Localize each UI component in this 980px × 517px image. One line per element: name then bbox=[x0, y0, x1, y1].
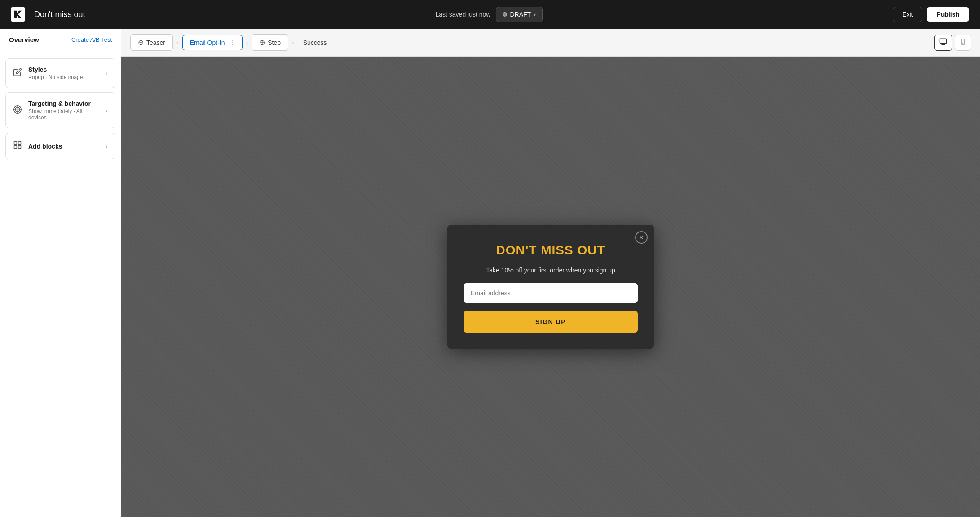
klaviyo-logo bbox=[11, 7, 25, 22]
nav-left: Don't miss out bbox=[11, 7, 85, 22]
step-navigation: ⊕ Teaser › Email Opt-In ⋮ › ⊕ Step › Suc… bbox=[121, 29, 980, 57]
svg-rect-9 bbox=[14, 146, 17, 149]
draft-label: DRAFT bbox=[510, 11, 531, 18]
main-layout: Overview Create A/B Test Styles Popup · … bbox=[0, 29, 980, 517]
svg-point-2 bbox=[17, 109, 18, 110]
page-title: Don't miss out bbox=[34, 10, 85, 19]
sidebar-item-add-blocks[interactable]: Add blocks › bbox=[5, 133, 115, 159]
preview-area: ✕ DON'T MISS OUT Take 10% off your first… bbox=[121, 57, 980, 517]
sidebar-styles-text: Styles Popup · No side image bbox=[28, 66, 99, 80]
right-panel: ⊕ Teaser › Email Opt-In ⋮ › ⊕ Step › Suc… bbox=[121, 29, 980, 517]
signup-button[interactable]: SIGN UP bbox=[464, 311, 638, 333]
sidebar-targeting-text: Targeting & behavior Show immediately · … bbox=[28, 100, 99, 121]
step-chevron-2: › bbox=[244, 39, 250, 46]
desktop-device-button[interactable] bbox=[934, 35, 952, 51]
popup-title: DON'T MISS OUT bbox=[496, 243, 605, 258]
svg-rect-14 bbox=[961, 39, 965, 44]
draft-dot bbox=[503, 12, 507, 17]
nav-right: Exit Publish bbox=[893, 7, 969, 22]
popup-close-button[interactable]: ✕ bbox=[635, 231, 648, 244]
exit-button[interactable]: Exit bbox=[893, 7, 922, 22]
sidebar-targeting-title: Targeting & behavior bbox=[28, 100, 99, 107]
plus-icon-2: ⊕ bbox=[259, 38, 265, 47]
chevron-right-icon-2: › bbox=[106, 107, 108, 114]
mobile-device-button[interactable] bbox=[955, 35, 971, 51]
chevron-down-icon: ▾ bbox=[534, 12, 536, 17]
sidebar-title: Overview bbox=[9, 36, 39, 44]
last-saved-label: Last saved just now bbox=[435, 11, 490, 18]
sidebar-addblocks-title: Add blocks bbox=[28, 143, 99, 150]
sidebar-targeting-subtitle: Show immediately · All devices bbox=[28, 108, 99, 121]
nav-center: Last saved just now DRAFT ▾ bbox=[435, 7, 543, 22]
teaser-label: Teaser bbox=[146, 39, 165, 46]
device-buttons bbox=[934, 35, 971, 51]
targeting-icon bbox=[13, 105, 22, 116]
add-step-button[interactable]: ⊕ Step bbox=[252, 34, 288, 51]
svg-point-1 bbox=[15, 107, 20, 112]
svg-rect-11 bbox=[940, 39, 947, 44]
svg-rect-8 bbox=[18, 142, 21, 145]
plus-icon: ⊕ bbox=[138, 38, 144, 47]
sidebar-styles-subtitle: Popup · No side image bbox=[28, 74, 99, 80]
step-chevron-1: › bbox=[175, 39, 181, 46]
popup-subtitle: Take 10% off your first order when you s… bbox=[486, 266, 615, 275]
publish-button[interactable]: Publish bbox=[927, 7, 969, 22]
draft-button[interactable]: DRAFT ▾ bbox=[496, 7, 543, 22]
more-options-icon: ⋮ bbox=[230, 39, 235, 46]
sidebar-header: Overview Create A/B Test bbox=[0, 29, 121, 51]
sidebar: Overview Create A/B Test Styles Popup · … bbox=[0, 29, 121, 517]
svg-rect-7 bbox=[14, 142, 17, 145]
sidebar-item-styles[interactable]: Styles Popup · No side image › bbox=[5, 58, 115, 88]
chevron-right-icon-3: › bbox=[106, 143, 108, 150]
success-step-label: Success bbox=[298, 35, 332, 50]
edit-icon bbox=[13, 68, 22, 79]
email-address-input[interactable] bbox=[464, 283, 638, 303]
step-label: Step bbox=[268, 39, 281, 46]
klaviyo-logo-mark bbox=[11, 7, 25, 22]
sidebar-styles-title: Styles bbox=[28, 66, 99, 73]
sidebar-item-targeting[interactable]: Targeting & behavior Show immediately · … bbox=[5, 92, 115, 128]
email-optin-step-button[interactable]: Email Opt-In ⋮ bbox=[182, 35, 243, 50]
sidebar-items: Styles Popup · No side image › bbox=[0, 51, 121, 166]
email-optin-label: Email Opt-In bbox=[190, 39, 225, 46]
create-ab-test-link[interactable]: Create A/B Test bbox=[71, 36, 112, 43]
svg-rect-10 bbox=[18, 146, 21, 149]
svg-point-0 bbox=[14, 105, 22, 113]
chevron-right-icon: › bbox=[106, 70, 108, 77]
top-navigation: Don't miss out Last saved just now DRAFT… bbox=[0, 0, 980, 29]
sidebar-addblocks-text: Add blocks bbox=[28, 143, 99, 150]
teaser-step-button[interactable]: ⊕ Teaser bbox=[130, 34, 173, 51]
step-chevron-3: › bbox=[290, 39, 296, 46]
popup-modal: ✕ DON'T MISS OUT Take 10% off your first… bbox=[447, 225, 654, 349]
grid-icon bbox=[13, 140, 22, 152]
